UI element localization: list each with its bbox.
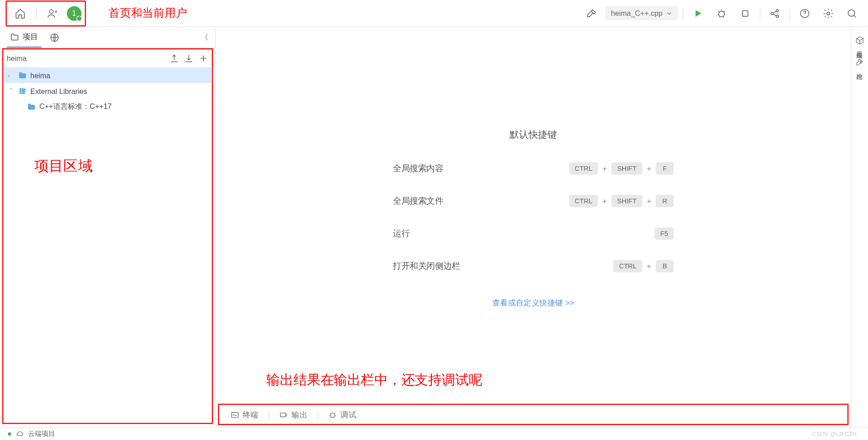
shortcut-row: 全局搜索文件 CTRL + SHIFT + R: [393, 195, 674, 207]
run-button[interactable]: [688, 3, 708, 23]
right-rail: 云端服务 构建: [851, 27, 868, 427]
tab-output[interactable]: 输出: [274, 405, 313, 424]
annotation-box-top: 1: [5, 0, 86, 26]
chevron-down-icon: ›: [8, 88, 14, 94]
top-toolbar: 1 首页和当前用户 heima_C++.cpp: [0, 0, 868, 27]
status-bar: 云端项目: [0, 427, 868, 440]
folder-icon: [10, 32, 19, 41]
sidebar-tabs: 项目 《: [0, 27, 215, 48]
watermark: CSDN @LJFCZH: [812, 431, 857, 437]
key: CTRL: [613, 260, 642, 272]
shortcuts-title: 默认快捷键: [509, 128, 557, 141]
key: SHIFT: [612, 195, 642, 207]
key: B: [656, 260, 674, 272]
cloud-icon: [16, 430, 24, 438]
divider: [683, 7, 683, 19]
key: F: [656, 162, 674, 174]
svg-rect-10: [231, 412, 238, 417]
file-selector-dropdown[interactable]: heima_C++.cpp: [605, 6, 678, 20]
status-cloud-label[interactable]: 云端项目: [28, 429, 55, 439]
plus-icon: +: [646, 262, 651, 271]
tab-output-label: 输出: [292, 410, 307, 420]
shortcut-row: 全局搜索内容 CTRL + SHIFT + F: [393, 162, 674, 174]
terminal-icon: [231, 410, 240, 419]
svg-point-0: [49, 9, 53, 13]
svg-point-12: [330, 413, 335, 417]
customize-shortcuts-link[interactable]: 查看或自定义快捷键 >>: [492, 298, 575, 308]
add-user-button[interactable]: [42, 3, 62, 23]
file-selector-label: heima_C++.cpp: [611, 9, 662, 18]
editor-area: 默认快捷键 全局搜索内容 CTRL + SHIFT + F 全局搜索文件 CT: [216, 27, 851, 427]
tab-debug[interactable]: 调试: [322, 405, 362, 424]
tree-lib-item[interactable]: › External Libraries: [3, 83, 212, 99]
annotation-box-project: heima › heima › Exter: [2, 48, 213, 424]
project-header: heima: [3, 49, 212, 67]
stop-button[interactable]: [735, 3, 755, 23]
tab-terminal-label: 终端: [243, 410, 259, 420]
upload-button[interactable]: [169, 53, 179, 63]
svg-point-8: [848, 9, 855, 16]
key: F5: [655, 227, 674, 239]
wrench-icon: [855, 57, 864, 66]
folder-icon: [18, 71, 27, 80]
output-icon: [279, 410, 288, 419]
shortcut-label: 全局搜索内容: [393, 163, 516, 174]
svg-point-7: [827, 12, 830, 14]
tab-project[interactable]: 项目: [7, 27, 42, 48]
svg-rect-2: [742, 10, 748, 16]
tab-debug-label: 调试: [340, 410, 356, 420]
shortcut-label: 运行: [393, 228, 516, 239]
rail-build[interactable]: 构建: [855, 57, 864, 69]
svg-point-1: [719, 11, 724, 16]
hammer-icon[interactable]: [582, 3, 602, 23]
chevron-down-icon: [666, 10, 673, 17]
rail-cloud-services[interactable]: 云端服务: [855, 36, 864, 47]
shortcut-row: 打开和关闭侧边栏 CTRL + B: [393, 260, 674, 272]
plus-icon: +: [602, 197, 607, 206]
bottom-tabs: 终端 输出 调试: [219, 405, 848, 424]
help-button[interactable]: [795, 3, 815, 23]
share-button[interactable]: [765, 3, 785, 23]
annotation-text-project: 项目区域: [34, 156, 93, 176]
plus-icon: +: [646, 164, 651, 173]
tab-web[interactable]: [46, 27, 63, 48]
download-button[interactable]: [184, 53, 193, 63]
divider: [789, 7, 790, 19]
svg-rect-11: [280, 413, 286, 417]
divider: [317, 410, 318, 420]
current-user-avatar[interactable]: 1: [67, 6, 81, 20]
key: CTRL: [569, 195, 598, 207]
shortcut-row: 运行 F5: [393, 227, 674, 239]
settings-button[interactable]: [818, 3, 839, 23]
add-button[interactable]: [198, 53, 208, 63]
tree-cppstd-label: C++语言标准：C++17: [39, 102, 112, 112]
bug-icon: [328, 410, 337, 419]
search-button[interactable]: [842, 3, 862, 23]
tree-cppstd-item[interactable]: C++语言标准：C++17: [3, 99, 212, 115]
status-indicator-icon: [8, 432, 11, 435]
library-icon: [18, 86, 27, 95]
tab-project-label: 项目: [23, 32, 38, 42]
divider: [36, 7, 37, 19]
folder-icon: [27, 102, 36, 111]
debug-button[interactable]: [712, 3, 732, 23]
annotation-box-output: 终端 输出 调试: [218, 404, 849, 425]
tab-terminal[interactable]: 终端: [225, 405, 264, 424]
tree-lib-label: External Libraries: [30, 87, 87, 95]
key: CTRL: [569, 162, 598, 174]
divider: [269, 410, 269, 420]
shortcut-label: 打开和关闭侧边栏: [393, 261, 516, 271]
tree-root-item[interactable]: › heima: [3, 67, 212, 83]
shortcuts-panel: 默认快捷键 全局搜索内容 CTRL + SHIFT + F 全局搜索文件 CT: [216, 27, 851, 404]
divider: [760, 7, 760, 19]
cube-icon: [855, 36, 864, 45]
shortcut-label: 全局搜索文件: [393, 196, 516, 206]
globe-icon: [49, 32, 59, 42]
project-name-label: heima: [7, 54, 27, 63]
key: R: [656, 195, 674, 207]
chevron-right-icon: ›: [8, 72, 14, 79]
plus-icon: +: [602, 164, 607, 173]
key: SHIFT: [612, 162, 642, 174]
collapse-sidebar-button[interactable]: 《: [201, 32, 208, 42]
home-button[interactable]: [10, 3, 30, 23]
